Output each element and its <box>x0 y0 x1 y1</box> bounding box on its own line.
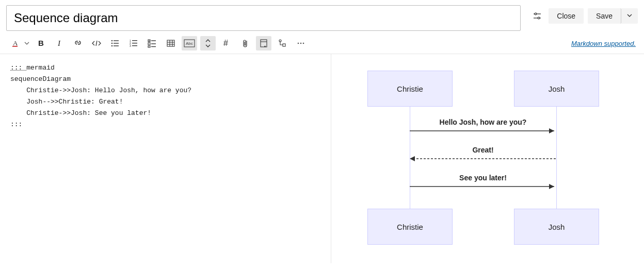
hierarchy-button[interactable] <box>275 36 290 50</box>
svg-point-14 <box>111 45 112 46</box>
chevron-down-icon <box>626 12 633 19</box>
svg-point-40 <box>298 43 299 44</box>
title-input[interactable] <box>6 5 521 31</box>
header: Close Save <box>0 0 644 31</box>
selection-button[interactable]: Abc <box>182 36 197 50</box>
code-button[interactable] <box>89 36 104 50</box>
svg-text:I: I <box>57 39 61 47</box>
svg-rect-17 <box>132 40 137 41</box>
svg-line-9 <box>96 41 97 46</box>
sequence-diagram: Christie Josh Christie Josh Hello Josh, … <box>367 71 620 246</box>
svg-rect-15 <box>114 45 119 46</box>
msg3-label: See you later! <box>410 174 556 182</box>
msg2-arrow <box>410 156 557 161</box>
numbered-list-button[interactable]: 123 <box>126 36 141 50</box>
text-style-dropdown[interactable] <box>24 36 30 50</box>
svg-text:3: 3 <box>130 44 131 47</box>
svg-point-3 <box>538 17 540 19</box>
bold-button[interactable]: B <box>33 36 49 50</box>
attachment-button[interactable] <box>237 36 253 50</box>
actor-josh-top: Josh <box>514 71 599 107</box>
msg2-label: Great! <box>410 146 556 154</box>
svg-rect-19 <box>132 43 137 43</box>
svg-text:B: B <box>38 39 44 47</box>
svg-rect-24 <box>148 43 150 45</box>
italic-button[interactable]: I <box>52 36 67 50</box>
svg-rect-28 <box>167 40 174 46</box>
save-dropdown-button[interactable] <box>621 8 638 24</box>
actor-christie-top: Christie <box>367 71 453 107</box>
checklist-button[interactable] <box>144 36 160 50</box>
save-split-button: Save <box>588 8 638 24</box>
text-style-button[interactable]: A <box>7 36 23 50</box>
bullet-list-button[interactable] <box>107 36 123 50</box>
svg-point-42 <box>303 43 304 44</box>
more-button[interactable] <box>293 36 309 50</box>
svg-text:A: A <box>13 39 18 47</box>
svg-text:#: # <box>223 39 228 47</box>
msg1-label: Hello Josh, how are you? <box>410 118 556 126</box>
app-root: { "header": { "title": "Sequence diagram… <box>0 0 644 271</box>
header-actions: Close Save <box>530 5 638 24</box>
settings-icon[interactable] <box>530 9 544 23</box>
preview-pane: Christie Josh Christie Josh Hello Josh, … <box>331 54 644 263</box>
svg-text:Abc: Abc <box>186 41 193 46</box>
actor-josh-bottom: Josh <box>514 209 599 245</box>
editor-text: ::: mermaid sequenceDiagram Christie->>J… <box>10 62 320 131</box>
table-button[interactable] <box>163 36 179 50</box>
close-button[interactable]: Close <box>549 8 584 24</box>
actor-christie-bottom: Christie <box>367 209 453 245</box>
svg-point-1 <box>535 13 537 15</box>
svg-rect-21 <box>132 45 137 46</box>
svg-rect-26 <box>148 46 150 47</box>
msg1-arrow <box>410 128 557 133</box>
insert-mermaid-button[interactable] <box>256 36 271 50</box>
hash-button[interactable]: # <box>219 36 234 50</box>
msg3-arrow <box>410 184 557 189</box>
svg-point-41 <box>300 43 302 44</box>
toolbar-row: A B I <box>0 31 644 54</box>
svg-point-10 <box>111 40 112 41</box>
link-button[interactable] <box>70 36 86 50</box>
svg-rect-11 <box>114 40 119 41</box>
svg-rect-36 <box>261 40 267 47</box>
svg-rect-39 <box>283 44 285 46</box>
content: ::: mermaid sequenceDiagram Christie->>J… <box>0 54 644 263</box>
svg-rect-5 <box>12 46 18 47</box>
svg-point-38 <box>279 40 281 42</box>
svg-rect-13 <box>114 43 119 43</box>
svg-point-12 <box>111 43 112 44</box>
expand-button[interactable] <box>200 36 216 50</box>
markdown-supported-link[interactable]: Markdown supported. <box>571 40 636 47</box>
save-button[interactable]: Save <box>588 8 621 24</box>
toolbar: A B I <box>7 36 309 50</box>
markdown-editor[interactable]: ::: mermaid sequenceDiagram Christie->>J… <box>0 54 331 263</box>
